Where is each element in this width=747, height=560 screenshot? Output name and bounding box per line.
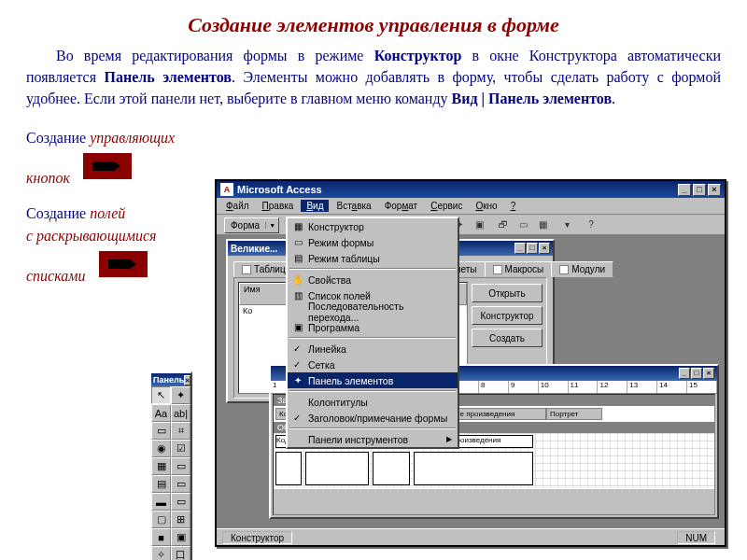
toolbox-tool[interactable]: ▭: [171, 457, 190, 475]
menu-file[interactable]: Файл: [220, 200, 255, 212]
menu-item[interactable]: ✦Панель элементов: [288, 372, 458, 388]
object-selector[interactable]: Форма▼: [224, 217, 279, 233]
menu-format[interactable]: Формат: [379, 200, 424, 212]
toolbox-tool[interactable]: ☑: [171, 440, 190, 457]
menu-item[interactable]: ▭Режим формы: [288, 234, 458, 250]
close-icon[interactable]: ×: [184, 375, 190, 385]
toolbox-tool[interactable]: ▭: [171, 475, 190, 493]
menu-icon: ▦: [291, 220, 304, 233]
toolbox-tool[interactable]: ✦: [171, 386, 190, 404]
maximize-button[interactable]: □: [691, 368, 702, 379]
menu-icon: ▥: [291, 289, 304, 302]
menu-window[interactable]: Окно: [470, 200, 502, 212]
label-create-combos: Создание полей: [26, 205, 125, 221]
menu-item[interactable]: ✓Линейка: [288, 341, 458, 357]
toolbox-tool[interactable]: ⊞: [171, 511, 190, 528]
menu-icon: ✦: [291, 374, 304, 387]
menu-icon: ✋: [291, 273, 304, 287]
toolbox-tool[interactable]: ↖: [151, 386, 171, 404]
field-control[interactable]: [305, 452, 369, 485]
open-button[interactable]: Открыть: [472, 284, 543, 302]
label-create-buttons: Создание управляющих: [26, 130, 175, 146]
menu-item[interactable]: ▦Конструктор: [288, 218, 458, 234]
app-titlebar: A Microsoft Access _ □ ×: [217, 181, 725, 198]
maximize-button[interactable]: □: [693, 184, 706, 196]
field-control[interactable]: [414, 452, 533, 485]
toolbox-tool[interactable]: 口: [171, 546, 190, 560]
access-app-window: A Microsoft Access _ □ × Файл Правка Вид…: [215, 179, 726, 547]
toolbox-tool[interactable]: Aa: [151, 404, 171, 422]
minimize-button[interactable]: _: [678, 184, 691, 196]
toolbox-titlebar: Панель ×: [151, 373, 190, 386]
app-title: Microsoft Access: [237, 184, 322, 195]
label-create-combos-3: списками: [26, 268, 86, 284]
intro-paragraph: Во время редактирования формы в режиме К…: [26, 45, 721, 110]
toolbar-button[interactable]: ?: [582, 217, 600, 233]
menu-item[interactable]: ▤Режим таблицы: [288, 250, 458, 266]
toolbar-button[interactable]: ▭: [514, 217, 532, 233]
toolbox-tool[interactable]: ⌗: [171, 422, 190, 440]
menu-item[interactable]: ▣Программа: [288, 319, 458, 335]
menu-item[interactable]: ✓Заголовок/примечание формы: [288, 410, 458, 426]
camera-icon[interactable]: [99, 251, 148, 277]
slide-title: Создание элементов управления в форме: [26, 13, 721, 37]
field-label[interactable]: Портрет: [546, 408, 602, 420]
status-mode: Конструктор: [222, 531, 292, 544]
toolbox-tool[interactable]: ✧: [151, 546, 171, 560]
field-control[interactable]: [275, 452, 302, 485]
view-menu: ▦Конструктор▭Режим формы▤Режим таблицы✋С…: [286, 217, 459, 449]
app-icon: A: [220, 183, 233, 196]
menu-item[interactable]: Колонтитулы: [288, 394, 458, 410]
menu-edit[interactable]: Правка: [257, 200, 300, 212]
new-button[interactable]: Создать: [472, 329, 543, 347]
menu-item[interactable]: ✋Свойства: [288, 272, 458, 287]
toolbar-button[interactable]: ▣: [470, 217, 488, 233]
tab-modules[interactable]: Модули: [551, 261, 613, 277]
status-num: NUM: [677, 531, 715, 544]
menubar: Файл Правка Вид Вставка Формат Сервис Ок…: [217, 198, 725, 215]
toolbox-tool[interactable]: ▣: [171, 528, 190, 546]
maximize-button[interactable]: □: [527, 243, 538, 254]
toolbox-tool[interactable]: ▭: [171, 493, 190, 511]
menu-item[interactable]: Последовательность перехода...: [288, 303, 458, 319]
toolbox-tool[interactable]: ■: [151, 528, 171, 546]
close-button[interactable]: ×: [703, 368, 714, 379]
toolbox-tool[interactable]: ▢: [151, 511, 171, 528]
menu-item[interactable]: ✓Сетка: [288, 357, 458, 372]
mdi-workspace: Форма▼ Великие... _ □ × Таблицы Запросы …: [218, 235, 723, 526]
menu-tools[interactable]: Сервис: [425, 200, 468, 212]
toolbox-tool[interactable]: ▦: [151, 457, 171, 475]
field-control[interactable]: [373, 452, 410, 485]
close-button[interactable]: ×: [708, 184, 721, 196]
tab-macros[interactable]: Макросы: [485, 261, 553, 277]
label-create-combos-2: с раскрывающимися: [26, 228, 156, 244]
toolbox-tool[interactable]: ▬: [151, 493, 171, 511]
toolbar-dropdown[interactable]: ▾: [553, 217, 581, 233]
menu-icon: ▤: [291, 252, 304, 265]
design-button[interactable]: Конструктор: [472, 306, 543, 325]
toolbar-button[interactable]: ▦: [533, 217, 552, 233]
minimize-button[interactable]: _: [679, 368, 690, 379]
toolbox-tool[interactable]: ▤: [151, 475, 171, 493]
menu-view[interactable]: Вид: [301, 200, 329, 212]
label-create-buttons-2: кнопок: [26, 170, 70, 186]
toolbox-panel: Панель × ↖✦Aaab|▭⌗◉☑▦▭▤▭▬▭▢⊞■▣✧口: [149, 371, 192, 560]
close-button[interactable]: ×: [539, 243, 550, 254]
camera-icon[interactable]: [83, 153, 132, 179]
minimize-button[interactable]: _: [514, 243, 526, 254]
toolbox-tool[interactable]: ▭: [151, 422, 171, 440]
toolbox-tool[interactable]: ◉: [151, 440, 171, 457]
menu-help[interactable]: ?: [505, 200, 522, 212]
menu-insert[interactable]: Вставка: [331, 200, 376, 212]
menu-item[interactable]: Панели инструментов▶: [288, 431, 458, 447]
menu-icon: ▭: [291, 236, 304, 249]
toolbar-button[interactable]: 🗗: [494, 217, 513, 233]
statusbar: Конструктор NUM: [217, 528, 725, 545]
toolbox-tool[interactable]: ab|: [171, 404, 190, 422]
menu-icon: ▣: [291, 321, 304, 334]
